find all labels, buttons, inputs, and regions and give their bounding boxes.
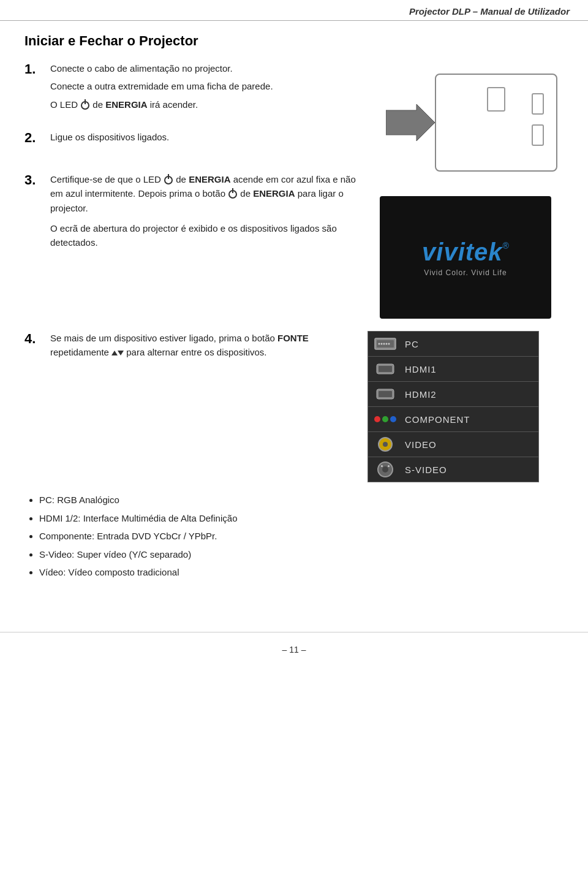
step-4-content: Se mais de um dispositivo estiver ligado… [50, 331, 349, 363]
source-label-svideo: S-VIDEO [405, 465, 447, 475]
step-1: 1. Conecte o cabo de alimentação no proj… [24, 61, 368, 115]
bullet-item-4: S-Video: Super vídeo (Y/C separado) [39, 547, 564, 563]
source-label-pc: PC [405, 339, 419, 349]
step-4-right: PC HDMI1 [368, 331, 564, 482]
page-number: – 11 – [282, 645, 306, 655]
triangle-up-icon [111, 351, 118, 355]
vivitek-screen: vivitek ® Vivid Color. Vivid Life [380, 196, 551, 319]
step-3: 3. Certifique-se de que o LED de ENERGIA… [24, 172, 368, 253]
source-label-hdmi2: HDMI2 [405, 389, 437, 400]
step-2: 2. Ligue os dispositivos ligados. [24, 130, 368, 148]
svg-point-4 [381, 343, 383, 345]
source-item-video[interactable]: VIDEO [368, 432, 538, 457]
svg-point-7 [388, 343, 390, 345]
vivitek-reg: ® [503, 241, 509, 251]
component-dot-blue [390, 416, 396, 422]
page-header: Projector DLP – Manual de Utilizador [0, 0, 588, 21]
step-3-number: 3. [24, 172, 50, 188]
step-4: 4. Se mais de um dispositivo estiver lig… [24, 331, 349, 363]
steps-left: 1. Conecte o cabo de alimentação no proj… [24, 61, 368, 319]
steps-right: vivitek ® Vivid Color. Vivid Life [380, 61, 564, 319]
vivitek-logo-wrap: vivitek ® [422, 238, 509, 266]
projector-slot-top [487, 87, 505, 112]
step-3-extra: O ecrã de abertura do projector é exibid… [50, 221, 368, 250]
step-2-number: 2. [24, 130, 50, 146]
bullet-item-5: Vídeo: Vídeo composto tradicional [39, 564, 564, 580]
bullet-list: PC: RGB Analógico HDMI 1/2: Interface Mu… [24, 492, 564, 580]
projector-box [435, 74, 557, 172]
step-4-row: 4. Se mais de um dispositivo estiver lig… [24, 331, 564, 482]
component-icon [374, 411, 396, 428]
svideo-center [382, 466, 388, 473]
video-center-dot [383, 442, 388, 447]
power-icon-2 [164, 176, 173, 184]
source-menu: PC HDMI1 [368, 331, 539, 482]
component-dot-red [374, 416, 380, 422]
source-label-hdmi1: HDMI1 [405, 364, 437, 374]
svg-marker-0 [386, 104, 435, 141]
projector-slot-right1 [532, 93, 544, 115]
page-footer: – 11 – [0, 632, 588, 667]
bullet-item-3: Componente: Entrada DVD YCbCr / YPbPr. [39, 528, 564, 544]
triangle-down-icon [118, 351, 124, 355]
svg-point-5 [383, 343, 385, 345]
page-title: Iniciar e Fechar o Projector [24, 33, 564, 49]
source-item-component[interactable]: COMPONENT [368, 407, 538, 432]
source-label-video: VIDEO [405, 439, 437, 450]
svg-rect-9 [379, 366, 392, 372]
step-1-content: Conecte o cabo de alimentação no project… [50, 61, 368, 115]
hdmi2-icon [374, 385, 396, 403]
video-icon [374, 436, 396, 453]
arrow-right [386, 104, 435, 143]
step-3-content: Certifique-se de que o LED de ENERGIA ac… [50, 172, 368, 253]
step-1-number: 1. [24, 61, 50, 77]
main-content: Iniciar e Fechar o Projector 1. Conecte … [0, 21, 588, 607]
step-4-number: 4. [24, 331, 50, 347]
source-item-svideo[interactable]: S-VIDEO [368, 457, 538, 482]
svideo-icon [374, 461, 396, 478]
vivitek-tagline: Vivid Color. Vivid Life [424, 268, 507, 277]
steps-section-top: 1. Conecte o cabo de alimentação no proj… [24, 61, 564, 319]
projector-slot-right2 [532, 124, 544, 146]
power-icon-3 [228, 190, 237, 199]
hdmi1-icon [374, 360, 396, 378]
step-2-content: Ligue os dispositivos ligados. [50, 130, 368, 148]
bullet-item-2: HDMI 1/2: Interface Multimédia de Alta D… [39, 511, 564, 526]
source-item-hdmi2[interactable]: HDMI2 [368, 382, 538, 407]
power-icon-1 [81, 101, 89, 110]
bullet-item-1: PC: RGB Analógico [39, 492, 564, 508]
source-label-component: COMPONENT [405, 414, 470, 425]
step-4-left: 4. Se mais de um dispositivo estiver lig… [24, 331, 349, 482]
svg-point-3 [379, 343, 380, 345]
vivitek-logo: vivitek [422, 238, 503, 266]
pc-icon [374, 335, 396, 352]
svg-rect-11 [379, 391, 392, 397]
projector-diagram-wrapper [380, 67, 570, 178]
header-title: Projector DLP – Manual de Utilizador [409, 6, 570, 17]
source-item-hdmi1[interactable]: HDMI1 [368, 357, 538, 382]
svg-point-6 [386, 343, 388, 345]
source-item-pc[interactable]: PC [368, 332, 538, 357]
component-dot-green [382, 416, 388, 422]
